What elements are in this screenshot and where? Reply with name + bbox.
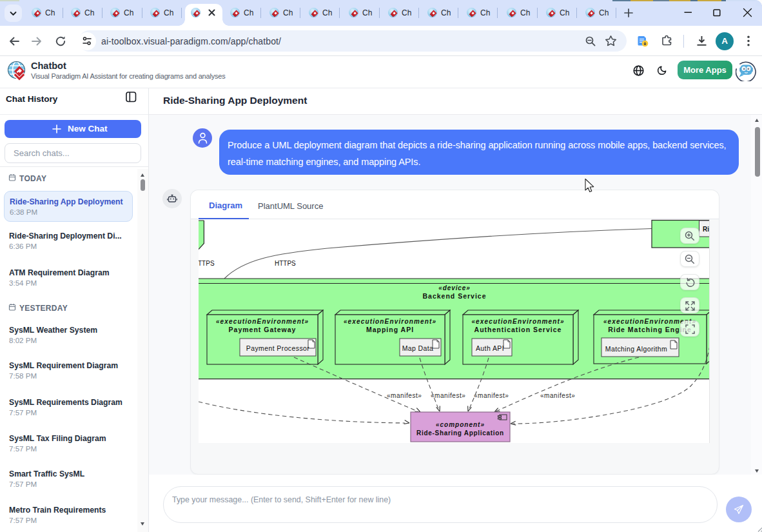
svg-text:Backend Service: Backend Service [422,292,486,300]
svg-text:HTTPS: HTTPS [275,260,296,267]
svg-text:«manifest»: «manifest» [387,392,422,399]
svg-text:Ride Matching Engine: Ride Matching Engine [608,326,692,333]
svg-text:«executionEnvironment»: «executionEnvironment» [344,318,436,325]
svg-text:«manifest»: «manifest» [540,392,575,399]
svg-text:Payment Gateway: Payment Gateway [229,326,297,333]
svg-text:Authentication Service: Authentication Service [474,326,562,333]
svg-text:«component»: «component» [436,421,485,428]
svg-text:Matching Algorithm: Matching Algorithm [605,345,668,353]
svg-text:«executionEnvironment»: «executionEnvironment» [216,318,309,325]
svg-text:Payment Processor: Payment Processor [246,344,310,352]
svg-text:«device»: «device» [438,284,470,291]
svg-text:Mapping API: Mapping API [366,326,414,333]
svg-text:«manifest»: «manifest» [474,392,509,399]
svg-text:Ri: Ri [703,226,709,233]
svg-text:Auth API: Auth API [476,344,504,352]
svg-text:«manifest»: «manifest» [431,392,465,399]
svg-text:«executionEnvironment»: «executionEnvironment» [471,318,564,325]
svg-text:Map Data: Map Data [402,344,434,352]
svg-text:TTPS: TTPS [199,260,215,267]
svg-text:Ride-Sharing Application: Ride-Sharing Application [416,429,504,437]
